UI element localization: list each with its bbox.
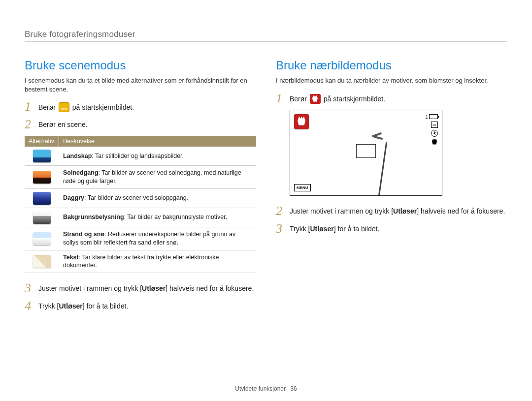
step-number: 3: [276, 222, 290, 235]
step3-post: ] halvveis ned for å fokusere.: [166, 284, 254, 292]
step3-pre: Juster motivet i rammen og trykk [: [38, 284, 142, 292]
rstep2-bold: Utløser: [393, 207, 417, 215]
rstep1-post: på startskjermbildet.: [322, 95, 385, 103]
step-number: 4: [25, 300, 38, 312]
left-step-3: 3 Juster motivet i rammen og trykk [Utlø…: [25, 282, 256, 295]
flash-off-icon: [431, 130, 438, 137]
battery-icon: [429, 114, 438, 119]
table-row: Tekst: Tar klare bilder av tekst fra try…: [25, 250, 256, 274]
camera-preview: 1 ▭ MENU: [290, 110, 442, 196]
right-heading: Bruke nærbildemodus: [276, 59, 507, 72]
right-step-2: 2 Juster motivet i rammen og trykk [Utlø…: [276, 205, 507, 217]
step1-post: på startskjermbildet.: [70, 103, 134, 111]
row-title: Solnedgang: [63, 169, 99, 176]
left-step-2: 2 Berør en scene.: [25, 118, 256, 131]
row-title: Landskap: [63, 153, 92, 159]
step-number: 1: [25, 100, 38, 113]
right-step-1: 1 Berør på startskjermbildet.: [276, 92, 507, 105]
row-desc: : Tar bilder av scener ved soloppgang.: [84, 194, 188, 201]
row-title: Daggry: [63, 194, 84, 201]
footer-section: Utvidete funksjoner: [235, 385, 286, 392]
right-intro: I nærbildemodus kan du ta nærbilder av m…: [276, 76, 507, 85]
row-desc: : Tar bilder av bakgrunnslyste motiver.: [124, 214, 228, 220]
page-header: Bruke fotograferingsmoduser: [25, 30, 507, 39]
table-row: Bakgrunnsbelysning: Tar bilder av bakgru…: [25, 208, 256, 227]
rstep3-pre: Trykk [: [290, 225, 310, 233]
step-number: 2: [276, 205, 290, 217]
step-number: 2: [25, 118, 38, 131]
rstep2-pre: Juster motivet i rammen og trykk [: [290, 207, 393, 215]
table-row: Landskap: Tar stillbilder og landskapsbi…: [25, 147, 256, 166]
landscape-icon: [33, 150, 51, 162]
th-beskrivelse: Beskrivelse: [59, 136, 256, 147]
step1-pre: Berør: [38, 103, 58, 111]
right-step-3: 3 Trykk [Utløser] for å ta bildet.: [276, 222, 507, 235]
row-title: Bakgrunnsbelysning: [63, 214, 124, 220]
th-alternativ: Alternativ: [25, 136, 59, 147]
closeup-mode-icon: [310, 94, 321, 104]
table-header: Alternativ Beskrivelse: [25, 136, 256, 147]
preview-status-icons: 1 ▭: [425, 114, 438, 146]
step4-post: ] for å ta bildet.: [83, 302, 129, 310]
left-step-4: 4 Trykk [Utløser] for å ta bildet.: [25, 300, 256, 312]
step4-bold: Utløser: [59, 302, 82, 310]
menu-button[interactable]: MENU: [294, 184, 311, 191]
row-title: Strand og snø: [63, 231, 104, 238]
step3-bold: Utløser: [142, 284, 166, 292]
resolution-icon: ▭: [431, 122, 438, 128]
scene-table: Alternativ Beskrivelse Landskap: Tar sti…: [25, 136, 256, 273]
rstep1-pre: Berør: [290, 95, 309, 103]
rstep3-bold: Utløser: [310, 225, 333, 233]
closeup-mode-badge: [294, 114, 309, 129]
focus-frame: [356, 144, 376, 158]
row-title: Tekst: [63, 254, 79, 261]
sunset-icon: [33, 171, 51, 184]
row-desc: : Tar stillbilder og landskapsbilder.: [92, 153, 184, 159]
table-row: Strand og snø: Reduserer undereksponerte…: [25, 227, 256, 250]
step-number: 1: [276, 92, 290, 105]
table-row: Daggry: Tar bilder av scener ved soloppg…: [25, 189, 256, 208]
left-heading: Bruke scenemodus: [25, 59, 256, 72]
left-intro: I scenemodus kan du ta et bilde med alte…: [25, 76, 256, 93]
shot-count: 1: [425, 114, 428, 120]
macro-icon: [431, 139, 438, 146]
flower-stem-graphic: [378, 141, 387, 195]
row-desc: : Tar klare bilder av tekst fra trykte e…: [63, 254, 219, 269]
dawn-icon: [33, 192, 51, 205]
left-step-1: 1 Berør på startskjermbildet.: [25, 100, 256, 113]
text-icon: [33, 255, 51, 268]
right-column: Bruke nærbildemodus I nærbildemodus kan …: [276, 59, 507, 317]
step4-pre: Trykk [: [38, 302, 59, 310]
step2-text: Berør en scene.: [38, 118, 88, 130]
scn-mode-icon: [59, 102, 69, 112]
flower-bud-graphic: [372, 130, 386, 142]
step-number: 3: [25, 282, 38, 295]
left-column: Bruke scenemodus I scenemodus kan du ta …: [25, 59, 256, 317]
footer-page-number: 36: [290, 385, 297, 392]
rstep2-post: ] halvveis ned for å fokusere.: [417, 207, 505, 215]
table-row: Solnedgang: Tar bilder av scener ved sol…: [25, 166, 256, 189]
backlight-icon: [33, 211, 51, 224]
header-divider: [25, 41, 507, 42]
page-footer: Utvidete funksjoner 36: [0, 385, 532, 392]
rstep3-post: ] for å ta bildet.: [334, 225, 380, 233]
beach-snow-icon: [33, 232, 51, 245]
